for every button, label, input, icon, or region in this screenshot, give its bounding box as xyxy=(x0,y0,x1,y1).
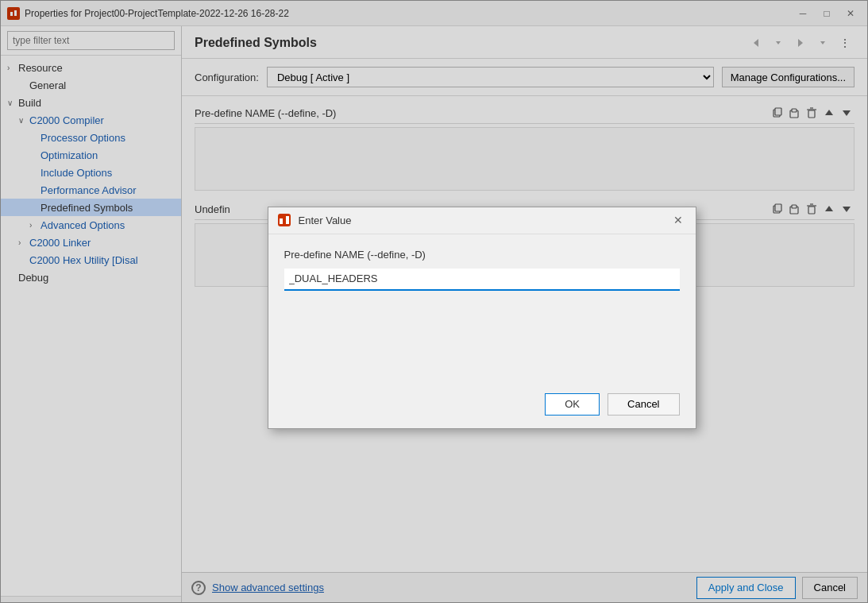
dialog-close-button[interactable]: ✕ xyxy=(669,211,688,229)
dialog-title: Enter Value xyxy=(299,215,352,226)
dialog-icon xyxy=(276,212,292,228)
svg-rect-27 xyxy=(286,216,289,224)
dialog-input[interactable] xyxy=(284,269,680,291)
dialog-overlay: Enter Value ✕ Pre-define NAME (--define,… xyxy=(0,0,868,603)
enter-value-dialog: Enter Value ✕ Pre-define NAME (--define,… xyxy=(268,207,696,429)
dialog-title-bar: Enter Value ✕ xyxy=(268,207,696,234)
dialog-footer: OK Cancel xyxy=(268,381,696,428)
svg-rect-26 xyxy=(280,218,283,224)
dialog-cancel-button[interactable]: Cancel xyxy=(608,393,679,416)
dialog-ok-button[interactable]: OK xyxy=(545,393,600,416)
dialog-body: Pre-define NAME (--define, -D) xyxy=(268,234,696,381)
dialog-field-label: Pre-define NAME (--define, -D) xyxy=(284,249,680,261)
dialog-title-left: Enter Value xyxy=(276,212,352,228)
